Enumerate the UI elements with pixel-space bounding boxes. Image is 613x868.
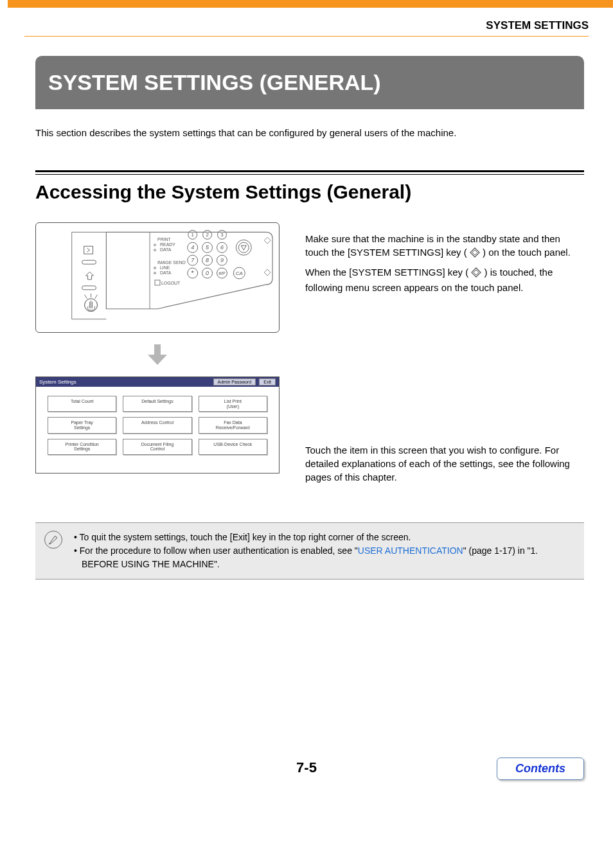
- svg-rect-5: [82, 260, 96, 264]
- label-print: PRINT: [157, 237, 172, 242]
- btn-total-count[interactable]: Total Count: [48, 396, 116, 412]
- svg-rect-6: [82, 286, 96, 290]
- system-settings-key-icon: [470, 247, 480, 261]
- btn-address-control[interactable]: Address Control: [123, 417, 191, 433]
- user-authentication-link[interactable]: USER AUTHENTICATION: [358, 545, 463, 556]
- intro-text: This section describes the system settin…: [35, 127, 584, 138]
- svg-text:*: *: [191, 269, 195, 277]
- title-text: SYSTEM SETTINGS (GENERAL): [48, 70, 381, 94]
- title-banner: SYSTEM SETTINGS (GENERAL): [35, 56, 584, 109]
- label-imagesend: IMAGE SEND: [157, 260, 186, 265]
- svg-text:CA: CA: [236, 270, 243, 276]
- label-data1: DATA: [160, 247, 172, 252]
- step1-paragraph-2: When the [SYSTEM SETTINGS] key ( ) is to…: [305, 265, 584, 294]
- orange-accent-bar: [8, 0, 613, 8]
- note-item-1: • To quit the system settings, touch the…: [73, 531, 575, 544]
- label-line: LINE: [160, 265, 170, 270]
- contents-button[interactable]: Contents: [497, 757, 584, 780]
- control-panel-figure: PRINT READY DATA IMAGE SEND LINE DATA LO…: [35, 222, 280, 333]
- screen-title: System Settings: [39, 379, 76, 385]
- section-title: Accessing the System Settings (General): [35, 181, 584, 203]
- note-box: • To quit the system settings, touch the…: [35, 522, 584, 580]
- label-logout: LOGOUT: [161, 281, 181, 285]
- step1-paragraph: Make sure that the machine is in the sta…: [305, 232, 584, 261]
- btn-paper-tray-settings[interactable]: Paper TraySettings: [48, 417, 116, 433]
- system-settings-key-icon: [471, 267, 481, 281]
- step2-paragraph: Touch the item in this screen that you w…: [305, 443, 584, 484]
- down-arrow-icon: [148, 344, 167, 365]
- exit-button[interactable]: Exit: [259, 378, 276, 385]
- btn-document-filing-control[interactable]: Document FilingControl: [123, 439, 191, 455]
- svg-text:5: 5: [206, 244, 209, 251]
- svg-text:#/P: #/P: [218, 271, 226, 276]
- btn-list-print-user[interactable]: List Print(User): [199, 396, 267, 412]
- system-settings-screen-figure: System Settings Admin Password Exit Tota…: [35, 376, 280, 474]
- page-header: SYSTEM SETTINGS: [24, 8, 589, 37]
- svg-text:0: 0: [206, 270, 209, 276]
- note-icon: [44, 531, 62, 549]
- note-item-2: • For the procedure to follow when user …: [73, 544, 575, 571]
- svg-rect-4: [84, 246, 93, 254]
- admin-password-button[interactable]: Admin Password: [213, 378, 256, 385]
- btn-printer-condition-settings[interactable]: Printer ConditionSettings: [48, 439, 116, 455]
- screen-header: System Settings Admin Password Exit: [36, 377, 279, 387]
- breadcrumb: SYSTEM SETTINGS: [486, 19, 589, 31]
- btn-usb-device-check[interactable]: USB-Device Check: [199, 439, 267, 455]
- svg-text:3: 3: [220, 232, 224, 238]
- svg-text:1: 1: [191, 232, 194, 238]
- svg-text:6: 6: [220, 244, 224, 251]
- svg-text:4: 4: [191, 244, 194, 251]
- svg-text:2: 2: [206, 232, 209, 238]
- btn-default-settings[interactable]: Default Settings: [123, 396, 191, 412]
- btn-fax-data-receive-forward[interactable]: Fax DataReceive/Forward: [199, 417, 267, 433]
- section-divider: [35, 170, 584, 175]
- step1-p2a: When the [SYSTEM SETTINGS] key (: [305, 267, 468, 278]
- step1-p1b: ) on the touch panel.: [483, 247, 571, 258]
- svg-text:8: 8: [206, 257, 209, 263]
- label-data2: DATA: [160, 270, 172, 275]
- label-ready: READY: [160, 242, 175, 247]
- svg-text:9: 9: [220, 257, 224, 263]
